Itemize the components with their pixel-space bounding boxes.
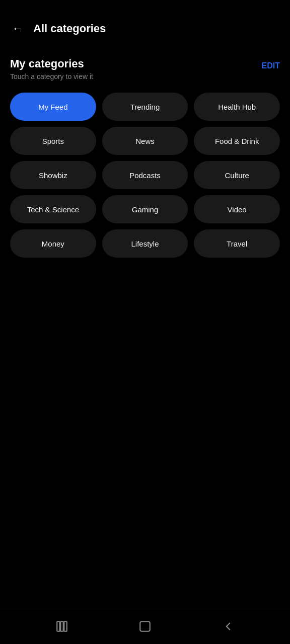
section-title: My categories	[10, 57, 93, 70]
back-nav-icon[interactable]	[218, 616, 239, 637]
section-subtitle: Touch a category to view it	[10, 72, 93, 80]
category-tech-science[interactable]: Tech & Science	[10, 195, 96, 223]
category-travel[interactable]: Travel	[194, 229, 280, 258]
category-gaming[interactable]: Gaming	[102, 195, 188, 223]
svg-rect-0	[57, 621, 59, 631]
header: ← All categories	[0, 0, 290, 47]
category-lifestyle[interactable]: Lifestyle	[102, 229, 188, 258]
categories-grid: My FeedTrendingHealth HubSportsNewsFood …	[10, 93, 280, 258]
nav-bar	[0, 608, 290, 644]
category-sports[interactable]: Sports	[10, 127, 96, 155]
category-trending[interactable]: Trending	[102, 93, 188, 121]
back-button[interactable]: ←	[10, 20, 25, 37]
section-header: My categories Touch a category to view i…	[10, 57, 280, 80]
page-title: All categories	[33, 22, 106, 35]
svg-rect-1	[60, 621, 63, 631]
category-podcasts[interactable]: Podcasts	[102, 161, 188, 189]
section-title-block: My categories Touch a category to view i…	[10, 57, 93, 80]
home-icon[interactable]	[134, 616, 156, 637]
category-money[interactable]: Money	[10, 229, 96, 258]
category-culture[interactable]: Culture	[194, 161, 280, 189]
svg-rect-3	[140, 621, 150, 631]
category-video[interactable]: Video	[194, 195, 280, 223]
category-showbiz[interactable]: Showbiz	[10, 161, 96, 189]
category-news[interactable]: News	[102, 127, 188, 155]
category-my-feed[interactable]: My Feed	[10, 93, 96, 121]
recent-apps-icon[interactable]	[51, 616, 72, 637]
category-food-drink[interactable]: Food & Drink	[194, 127, 280, 155]
svg-rect-2	[64, 621, 66, 631]
edit-button[interactable]: EDIT	[262, 59, 280, 72]
category-health-hub[interactable]: Health Hub	[194, 93, 280, 121]
categories-section: My categories Touch a category to view i…	[0, 47, 290, 258]
